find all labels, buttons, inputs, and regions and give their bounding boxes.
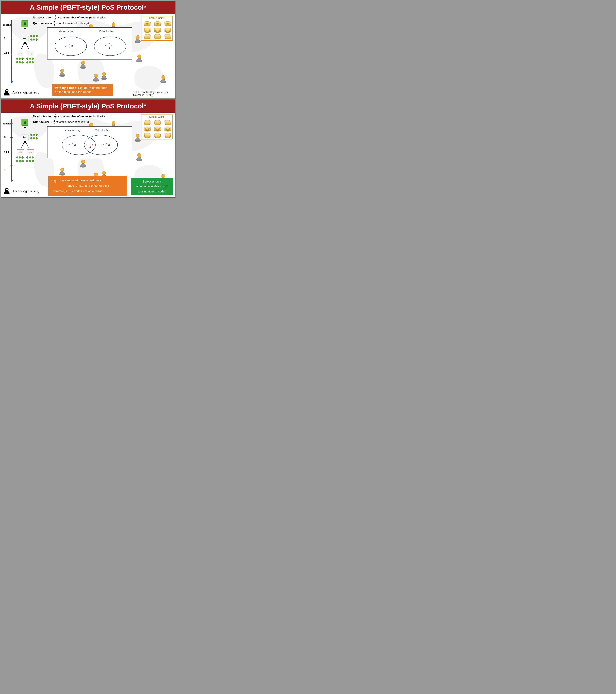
- voter-hex-icon: [26, 61, 29, 63]
- coin-stack-icon: [154, 120, 161, 125]
- svg-rect-42: [33, 63, 33, 63]
- svg-point-66: [165, 28, 171, 30]
- svg-line-5: [26, 43, 30, 50]
- voter-hex-icon: [35, 35, 38, 37]
- svg-rect-18: [36, 40, 37, 41]
- svg-rect-32: [27, 59, 28, 60]
- voter-hex-icon: [33, 35, 35, 37]
- staked-coins-box: Staked Coins: [141, 16, 173, 41]
- network-node-icon: [101, 72, 108, 79]
- svg-point-62: [154, 28, 161, 30]
- voter-hex-icon: [26, 160, 29, 162]
- voter-hex-icon: [33, 38, 35, 41]
- svg-rect-131: [30, 158, 30, 159]
- staked-label: Staked Coins: [141, 17, 173, 20]
- svg-point-54: [165, 21, 171, 23]
- voter-hex-icon: [32, 156, 34, 159]
- svg-rect-30: [22, 63, 23, 63]
- coin-stack-icon: [144, 126, 151, 131]
- voters-e1b-row2: [26, 61, 34, 64]
- votes-panel: Votes for txs4 Votes for txs5 ≥ 23n ≥ 23…: [47, 28, 132, 59]
- slide-1: A Simple (PBFT-style) PoS Protocol* Need…: [1, 1, 176, 99]
- svg-rect-40: [30, 63, 30, 63]
- voter-hex-icon: [21, 61, 24, 63]
- svg-rect-123: [17, 162, 17, 162]
- voter-hex-icon: [29, 156, 32, 159]
- svg-point-183: [138, 153, 141, 157]
- svg-line-3: [20, 43, 24, 50]
- alice-log: Alice's log: txs1 txs4: [3, 89, 39, 97]
- network-node-icon: [79, 60, 87, 68]
- voters-e-row2: [30, 38, 38, 41]
- svg-point-181: [136, 134, 140, 138]
- voter-hex-icon: [35, 133, 38, 136]
- svg-rect-133: [33, 158, 33, 159]
- alice-log-text: Alice's log: txs1 txs4: [13, 91, 39, 95]
- voter-hex-icon: [32, 61, 34, 63]
- voter-hex-icon: [18, 57, 21, 60]
- svg-point-84: [136, 35, 140, 39]
- coin-stack-icon: [154, 28, 161, 33]
- title-text: A Simple (PBFT-style) PoS Protocol*: [30, 3, 146, 11]
- voter-hex-icon: [21, 156, 24, 159]
- svg-point-78: [165, 34, 171, 36]
- network-node-icon: [134, 35, 141, 43]
- coin-stack-icon: [164, 28, 171, 33]
- coin-stack-icon: [154, 34, 161, 39]
- staked-coins-box-2: Staked Coins: [141, 114, 173, 140]
- coin-stack-icon: [164, 120, 171, 125]
- svg-point-92: [94, 74, 98, 77]
- voter-hex-icon: [29, 57, 32, 60]
- svg-point-175: [165, 133, 171, 135]
- voter-hex-icon: [21, 57, 24, 60]
- quorum-line2: Quorum size = 23 x total number of nodes…: [33, 20, 106, 26]
- svg-point-74: [154, 34, 161, 36]
- network-node-icon: [136, 54, 143, 62]
- coin-stack-icon: [154, 133, 161, 138]
- svg-point-171: [154, 133, 161, 135]
- epochs-area: epochs e e+1 ... txs1 txs4 txs5: [3, 20, 41, 89]
- network-node-icon: [59, 68, 66, 76]
- adversarial-box: ≥ 13n of nodes must have voted twice (on…: [48, 176, 127, 196]
- network-node-icon: [160, 75, 167, 83]
- coin-stack-icon: [144, 21, 151, 26]
- network-node-icon: [134, 133, 141, 142]
- svg-marker-6: [25, 42, 27, 44]
- svg-line-100: [20, 142, 24, 149]
- svg-line-102: [26, 142, 30, 149]
- svg-point-191: [102, 171, 106, 175]
- svg-rect-12: [36, 37, 37, 37]
- svg-rect-113: [34, 139, 34, 140]
- svg-rect-137: [30, 162, 30, 162]
- voter-hex-icon: [33, 133, 35, 136]
- quorum-text: Need votes from 23 x total number of nod…: [33, 15, 106, 26]
- vote-definition-box: Vote by a node: Signature of the node on…: [52, 84, 113, 96]
- coin-stack-icon: [164, 21, 171, 26]
- svg-point-167: [144, 133, 150, 135]
- epoch-axis: [12, 20, 12, 83]
- network-node-icon: [136, 153, 143, 161]
- svg-rect-105: [31, 135, 32, 136]
- svg-rect-24: [22, 59, 23, 60]
- voter-hex-icon: [16, 160, 18, 162]
- svg-rect-34: [30, 59, 30, 60]
- txs5-box: txs5: [26, 51, 34, 56]
- voter-hex-icon: [29, 160, 32, 162]
- svg-rect-16: [34, 40, 34, 41]
- epoch-e: e: [4, 36, 6, 40]
- voter-hex-icon: [26, 156, 29, 159]
- svg-point-179: [112, 121, 115, 125]
- epoch-dots: ...: [4, 68, 6, 72]
- svg-point-46: [144, 21, 150, 23]
- svg-rect-28: [20, 63, 20, 63]
- svg-rect-36: [33, 59, 33, 60]
- svg-rect-8: [31, 37, 32, 37]
- alice-log-2: Alice's log: txs1 txs4: [3, 187, 39, 196]
- alice-icon: [3, 89, 11, 97]
- svg-point-155: [144, 127, 150, 129]
- svg-marker-2: [24, 27, 26, 29]
- pbft-note: PBFT: Practical Byzantine Fault Toleranc…: [133, 91, 173, 96]
- svg-point-86: [138, 55, 141, 58]
- svg-rect-135: [27, 162, 28, 162]
- voters-e1b-row1: [26, 57, 34, 60]
